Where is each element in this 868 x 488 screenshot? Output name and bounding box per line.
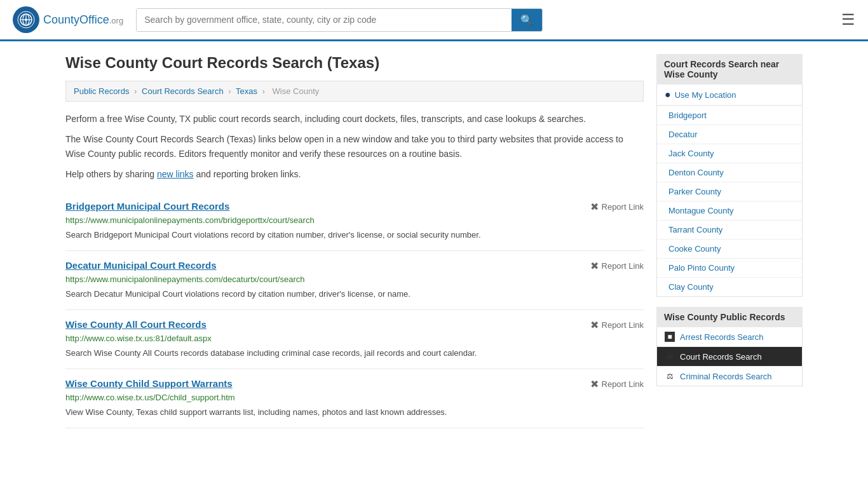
search-bar[interactable]: 🔍: [136, 8, 543, 32]
report-icon-0: ✖: [590, 201, 599, 213]
use-location-item[interactable]: ● Use My Location: [657, 85, 802, 106]
record-header-2: Wise County All Court Records ✖ Report L…: [65, 319, 644, 331]
report-link-1[interactable]: ✖ Report Link: [590, 260, 644, 272]
rec-criminal-records[interactable]: ⚖ Criminal Records Search: [657, 367, 802, 386]
breadcrumb-sep-3: ›: [262, 86, 265, 96]
nearby-denton-county[interactable]: Denton County: [657, 163, 802, 182]
report-icon-1: ✖: [590, 260, 599, 272]
nearby-cooke-county[interactable]: Cooke County: [657, 240, 802, 259]
arrest-records-label: Arrest Records Search: [680, 332, 764, 342]
breadcrumb-texas[interactable]: Texas: [236, 86, 257, 96]
nearby-title: Court Records Search near Wise County: [656, 54, 803, 85]
svg-point-5: [25, 18, 27, 21]
rec-court-records[interactable]: 🏛 Court Records Search: [657, 347, 802, 367]
nearby-tarrant-county[interactable]: Tarrant County: [657, 220, 802, 240]
report-link-2[interactable]: ✖ Report Link: [590, 319, 644, 331]
court-records-label: Court Records Search: [680, 352, 762, 362]
location-icon: ●: [665, 89, 671, 100]
description-block: Perform a free Wise County, TX public co…: [65, 112, 644, 182]
nearby-list: ● Use My Location Bridgeport Decatur Jac…: [656, 85, 803, 297]
rec-arrest-records[interactable]: ■ Arrest Records Search: [657, 327, 802, 347]
records-list: Bridgeport Municipal Court Records ✖ Rep…: [65, 192, 644, 429]
record-desc-3: View Wise County, Texas child support wa…: [65, 406, 644, 419]
desc-p3: Help others by sharing new links and rep…: [65, 167, 644, 181]
report-label-1: Report Link: [602, 261, 644, 271]
court-records-icon: 🏛: [665, 351, 675, 362]
desc-p2: The Wise County Court Records Search (Te…: [65, 132, 644, 161]
report-link-3[interactable]: ✖ Report Link: [590, 378, 644, 390]
record-title-2[interactable]: Wise County All Court Records: [65, 319, 207, 330]
sidebar: Court Records Search near Wise County ● …: [656, 54, 803, 428]
record-desc-0: Search Bridgeport Municipal Court violat…: [65, 229, 644, 241]
public-records-list: ■ Arrest Records Search 🏛 Court Records …: [656, 327, 803, 386]
record-url-0[interactable]: https://www.municipalonlinepayments.com/…: [65, 215, 644, 225]
record-header-0: Bridgeport Municipal Court Records ✖ Rep…: [65, 201, 644, 213]
record-header-1: Decatur Municipal Court Records ✖ Report…: [65, 260, 644, 272]
record-item-2: Wise County All Court Records ✖ Report L…: [65, 310, 644, 369]
record-url-3[interactable]: http://www.co.wise.tx.us/DC/child_suppor…: [65, 393, 644, 402]
criminal-records-icon: ⚖: [665, 371, 675, 381]
report-label-2: Report Link: [602, 320, 644, 330]
report-icon-3: ✖: [590, 378, 599, 390]
main-container: Wise County Court Records Search (Texas)…: [53, 41, 815, 441]
report-label-3: Report Link: [602, 379, 644, 389]
use-location-label: Use My Location: [675, 90, 736, 100]
new-links-link[interactable]: new links: [157, 169, 194, 179]
logo-icon: [13, 6, 39, 33]
record-title-3[interactable]: Wise County Child Support Warrants: [65, 378, 233, 389]
report-icon-2: ✖: [590, 319, 599, 331]
nearby-section: Court Records Search near Wise County ● …: [656, 54, 803, 297]
logo[interactable]: CountyOffice.org: [13, 6, 123, 33]
record-url-1[interactable]: https://www.municipalonlinepayments.com/…: [65, 274, 644, 284]
record-item-3: Wise County Child Support Warrants ✖ Rep…: [65, 369, 644, 428]
menu-icon[interactable]: ☰: [841, 11, 855, 29]
record-title-1[interactable]: Decatur Municipal Court Records: [65, 260, 217, 271]
record-title-0[interactable]: Bridgeport Municipal Court Records: [65, 201, 229, 212]
breadcrumb-sep-1: ›: [134, 86, 137, 96]
arrest-records-icon: ■: [665, 332, 675, 342]
report-link-0[interactable]: ✖ Report Link: [590, 201, 644, 213]
search-icon: 🔍: [520, 15, 533, 25]
record-header-3: Wise County Child Support Warrants ✖ Rep…: [65, 378, 644, 390]
content-area: Wise County Court Records Search (Texas)…: [65, 54, 644, 428]
record-item-0: Bridgeport Municipal Court Records ✖ Rep…: [65, 192, 644, 251]
breadcrumb-court-records[interactable]: Court Records Search: [142, 86, 224, 96]
header: CountyOffice.org 🔍 ☰: [0, 0, 868, 41]
public-records-title: Wise County Public Records: [656, 307, 803, 327]
desc-p1: Perform a free Wise County, TX public co…: [65, 112, 644, 126]
breadcrumb-public-records[interactable]: Public Records: [74, 86, 129, 96]
record-desc-1: Search Decatur Municipal Court violation…: [65, 288, 644, 301]
nearby-palo-pinto-county[interactable]: Palo Pinto County: [657, 259, 802, 278]
page-title: Wise County Court Records Search (Texas): [65, 54, 644, 72]
breadcrumb-sep-2: ›: [228, 86, 231, 96]
nearby-montague-county[interactable]: Montague County: [657, 201, 802, 220]
record-item-1: Decatur Municipal Court Records ✖ Report…: [65, 251, 644, 310]
nearby-decatur[interactable]: Decatur: [657, 125, 802, 144]
nearby-clay-county[interactable]: Clay County: [657, 278, 802, 296]
record-desc-2: Search Wise County All Courts records da…: [65, 347, 644, 360]
report-label-0: Report Link: [602, 202, 644, 212]
nearby-bridgeport[interactable]: Bridgeport: [657, 106, 802, 125]
criminal-records-label: Criminal Records Search: [680, 372, 772, 381]
logo-wordmark: CountyOffice.org: [43, 13, 123, 27]
nearby-parker-county[interactable]: Parker County: [657, 182, 802, 201]
public-records-section: Wise County Public Records ■ Arrest Reco…: [656, 307, 803, 386]
record-url-2[interactable]: http://www.co.wise.tx.us:81/default.aspx: [65, 334, 644, 343]
use-location-link[interactable]: ● Use My Location: [657, 85, 802, 105]
search-input[interactable]: [137, 9, 512, 31]
nearby-jack-county[interactable]: Jack County: [657, 144, 802, 163]
search-button[interactable]: 🔍: [512, 9, 542, 31]
breadcrumb-wise-county: Wise County: [273, 86, 320, 96]
breadcrumb: Public Records › Court Records Search › …: [65, 81, 644, 102]
